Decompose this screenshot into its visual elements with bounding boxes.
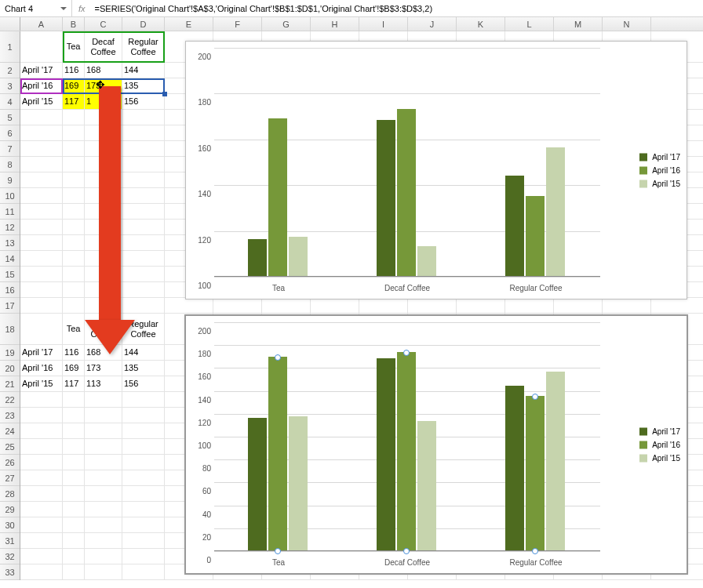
col-header[interactable]: L bbox=[505, 17, 554, 31]
formula-bar[interactable]: fx bbox=[72, 0, 703, 16]
chart-object-2-selected[interactable]: April '17 April '16 April '15 0204060801… bbox=[185, 315, 687, 574]
cell[interactable]: Tea bbox=[63, 314, 85, 344]
row-header[interactable]: 13 bbox=[0, 235, 20, 251]
chart-object-1[interactable]: April '17 April '16 April '15 1001201401… bbox=[185, 41, 687, 299]
row-header[interactable]: 31 bbox=[0, 533, 20, 549]
bar[interactable] bbox=[397, 109, 416, 276]
row-header[interactable]: 3 bbox=[0, 78, 20, 94]
bar[interactable] bbox=[248, 239, 267, 276]
bar[interactable] bbox=[505, 386, 524, 550]
cell[interactable]: April '16 bbox=[20, 361, 63, 376]
cell[interactable]: Decaf Coffee bbox=[85, 314, 122, 344]
bar[interactable] bbox=[289, 237, 308, 276]
cell[interactable]: April '15 bbox=[20, 376, 63, 391]
col-header[interactable]: M bbox=[554, 17, 603, 31]
col-header[interactable]: E bbox=[165, 17, 213, 31]
col-header[interactable]: N bbox=[603, 17, 651, 31]
row-header[interactable]: 17 bbox=[0, 298, 20, 314]
bar[interactable] bbox=[546, 147, 565, 276]
name-box[interactable]: Chart 4 bbox=[0, 0, 72, 16]
cell[interactable]: Tea bbox=[63, 31, 85, 62]
cell[interactable]: 168 bbox=[85, 345, 122, 360]
row-header[interactable]: 9 bbox=[0, 172, 20, 188]
cell[interactable]: 168 bbox=[85, 63, 122, 78]
row-header[interactable]: 5 bbox=[0, 110, 20, 125]
bar[interactable] bbox=[397, 352, 416, 550]
row-header[interactable]: 33 bbox=[0, 564, 20, 580]
row-header[interactable]: 23 bbox=[0, 408, 20, 423]
col-header[interactable]: F bbox=[213, 17, 262, 31]
row-header[interactable]: 22 bbox=[0, 392, 20, 408]
bar[interactable] bbox=[268, 118, 287, 276]
cell[interactable]: 156 bbox=[122, 376, 165, 391]
bar[interactable] bbox=[248, 418, 267, 550]
col-header[interactable]: C bbox=[85, 17, 122, 31]
legend-item[interactable]: April '15 bbox=[639, 454, 680, 463]
row-header[interactable]: 10 bbox=[0, 188, 20, 204]
cell[interactable]: 169 bbox=[63, 78, 85, 93]
bar[interactable] bbox=[546, 372, 565, 550]
cell[interactable]: 1 bbox=[85, 94, 122, 109]
row-header[interactable]: 8 bbox=[0, 157, 20, 172]
cell[interactable]: 173 bbox=[85, 361, 122, 376]
cell[interactable]: Decaf Coffee bbox=[85, 31, 122, 62]
cell[interactable]: Regular Coffee bbox=[122, 31, 165, 62]
cell[interactable]: April '15 bbox=[20, 94, 63, 109]
cell[interactable]: 116 bbox=[63, 345, 85, 360]
row-header[interactable]: 12 bbox=[0, 220, 20, 235]
row-header[interactable]: 4 bbox=[0, 94, 20, 110]
row-header[interactable]: 16 bbox=[0, 282, 20, 298]
bar[interactable] bbox=[289, 416, 308, 550]
cell[interactable]: 169 bbox=[63, 361, 85, 376]
cell[interactable]: 144 bbox=[122, 345, 165, 360]
col-header[interactable]: K bbox=[457, 17, 505, 31]
row-header[interactable]: 19 bbox=[0, 345, 20, 361]
cell[interactable]: 116 bbox=[63, 63, 85, 78]
cell[interactable]: April '17 bbox=[20, 345, 63, 360]
cell[interactable]: Regular Coffee bbox=[122, 314, 165, 344]
row-header[interactable]: 11 bbox=[0, 204, 20, 220]
col-header[interactable]: A bbox=[20, 17, 63, 31]
legend-item[interactable]: April '17 bbox=[639, 153, 680, 162]
cell[interactable]: April '17 bbox=[20, 63, 63, 78]
row-header[interactable]: 14 bbox=[0, 251, 20, 267]
cell[interactable]: 117 bbox=[63, 94, 85, 109]
cell[interactable]: 113 bbox=[85, 376, 122, 391]
cell[interactable]: 144 bbox=[122, 63, 165, 78]
selection-handle-icon[interactable] bbox=[162, 92, 167, 96]
plot-area[interactable] bbox=[214, 322, 600, 551]
col-header[interactable]: I bbox=[359, 17, 408, 31]
bar[interactable] bbox=[417, 246, 436, 276]
legend-item[interactable]: April '16 bbox=[639, 166, 680, 175]
cells-area[interactable]: Tea Decaf Coffee Regular Coffee April '1… bbox=[20, 31, 703, 580]
cell[interactable]: April '16 bbox=[20, 78, 63, 93]
bar[interactable] bbox=[268, 357, 287, 550]
chart-legend[interactable]: April '17 April '16 April '15 bbox=[639, 423, 680, 467]
col-header[interactable]: J bbox=[408, 17, 457, 31]
row-header[interactable]: 7 bbox=[0, 141, 20, 157]
bar[interactable] bbox=[526, 396, 545, 550]
row-header[interactable]: 6 bbox=[0, 125, 20, 141]
row-header[interactable]: 28 bbox=[0, 486, 20, 502]
row-header[interactable]: 15 bbox=[0, 267, 20, 282]
cell[interactable]: 173 bbox=[85, 78, 122, 93]
row-header[interactable]: 24 bbox=[0, 423, 20, 439]
bar[interactable] bbox=[377, 120, 395, 276]
row-header[interactable]: 27 bbox=[0, 470, 20, 486]
row-header[interactable]: 20 bbox=[0, 361, 20, 376]
col-header[interactable]: B bbox=[63, 17, 85, 31]
row-header[interactable]: 2 bbox=[0, 63, 20, 78]
cell[interactable]: 135 bbox=[122, 361, 165, 376]
row-header[interactable]: 30 bbox=[0, 517, 20, 533]
bar[interactable] bbox=[505, 176, 524, 276]
row-header[interactable]: 21 bbox=[0, 376, 20, 392]
bar[interactable] bbox=[417, 421, 436, 550]
row-header[interactable]: 18 bbox=[0, 314, 20, 345]
cell[interactable]: 135 bbox=[122, 78, 165, 93]
row-header[interactable]: 25 bbox=[0, 439, 20, 455]
legend-item[interactable]: April '15 bbox=[639, 180, 680, 188]
col-header[interactable]: D bbox=[122, 17, 165, 31]
legend-item[interactable]: April '17 bbox=[639, 427, 680, 436]
legend-item[interactable]: April '16 bbox=[639, 441, 680, 449]
col-header[interactable]: G bbox=[262, 17, 311, 31]
